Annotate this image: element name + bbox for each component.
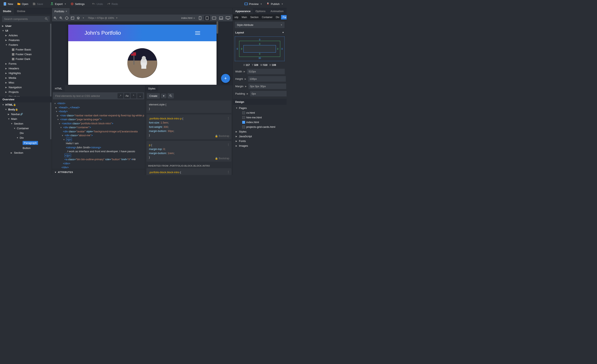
- overview-item[interactable]: ▼Section: [0, 121, 52, 126]
- device-tablet-landscape-icon[interactable]: [211, 15, 217, 21]
- tree-item[interactable]: ▶Navigation: [0, 85, 52, 90]
- tree-item[interactable]: ▶User: [0, 23, 52, 28]
- device-tablet-portrait-icon[interactable]: [204, 15, 210, 21]
- overview-item[interactable]: ▶Navbar 🔗: [0, 112, 52, 117]
- chevron-right-icon[interactable]: ▶: [244, 70, 245, 73]
- export-button[interactable]: Export▼: [49, 1, 68, 7]
- overview-item[interactable]: ▼Main: [0, 117, 52, 121]
- tree-item[interactable]: ▶Articles: [0, 33, 52, 38]
- case-toggle[interactable]: Aa: [124, 93, 130, 99]
- overview-item[interactable]: Paragraph: [0, 140, 52, 146]
- design-tree-item[interactable]: hire-me.html: [233, 115, 287, 120]
- box-model[interactable]: 0 0 0 0 0 0 0 30: [235, 37, 284, 61]
- chevron-down-icon[interactable]: ▼: [116, 17, 118, 19]
- find-prev-button[interactable]: ⌃: [131, 93, 136, 99]
- overview-item[interactable]: ▼HTML 🔒: [0, 102, 52, 107]
- current-file-select[interactable]: index.html ▼: [181, 17, 195, 20]
- open-button[interactable]: Open: [16, 1, 30, 7]
- design-tree-item[interactable]: ▶Images: [233, 144, 287, 148]
- attributes-section[interactable]: ▼ATTRIBUTES: [52, 169, 145, 175]
- canvas-dimensions[interactable]: 750px × 670px @ 100%: [88, 17, 114, 20]
- chevron-down-icon[interactable]: ▼: [82, 17, 84, 19]
- overview-item[interactable]: Button: [0, 146, 52, 150]
- zoom-in-icon[interactable]: [54, 16, 57, 20]
- overview-item[interactable]: ▼Div: [0, 136, 52, 140]
- search-icon[interactable]: [45, 17, 48, 21]
- tree-item[interactable]: ▶Headers: [0, 66, 52, 71]
- more-icon[interactable]: ⋮: [227, 143, 230, 147]
- chevron-right-icon[interactable]: ▶: [245, 85, 247, 87]
- add-button[interactable]: +: [221, 74, 230, 83]
- chevron-right-icon[interactable]: ▶: [245, 78, 246, 80]
- device-laptop-icon[interactable]: [218, 15, 224, 21]
- zoom-out-icon[interactable]: [59, 16, 63, 20]
- new-button[interactable]: New: [2, 1, 15, 7]
- find-elements-input[interactable]: [54, 93, 117, 99]
- breadcrumb-item[interactable]: Div: [274, 15, 281, 20]
- overview-item[interactable]: ▼Container: [0, 126, 52, 131]
- device-phone-icon[interactable]: [197, 15, 203, 21]
- image-icon[interactable]: [71, 16, 74, 20]
- create-style-dropdown[interactable]: ▼: [161, 94, 166, 98]
- search-components-input[interactable]: [2, 16, 50, 22]
- style-attribute-select[interactable]: Style Attribute▼: [235, 22, 284, 28]
- tab-animation[interactable]: Animation: [268, 8, 286, 14]
- tree-item[interactable]: ▼Footers: [0, 42, 52, 47]
- hamburger-icon[interactable]: [195, 31, 200, 35]
- settings-button[interactable]: Settings: [69, 1, 86, 7]
- tree-item[interactable]: ▶Projects: [0, 90, 52, 94]
- breadcrumb-item[interactable]: Container: [260, 15, 274, 20]
- overview-item[interactable]: Div: [0, 131, 52, 136]
- close-icon[interactable]: ×: [65, 10, 67, 13]
- tree-item[interactable]: Footer Basic: [0, 47, 52, 52]
- tab-styles[interactable]: Styles: [145, 86, 158, 91]
- tab-online[interactable]: Online: [14, 8, 28, 14]
- more-icon[interactable]: ⋮: [227, 170, 230, 174]
- tree-item[interactable]: ▶Highlights: [0, 71, 52, 76]
- chevron-right-icon[interactable]: ▶: [247, 92, 248, 95]
- overview-header[interactable]: Overview: [0, 96, 52, 102]
- scrollbar-thumb[interactable]: [50, 102, 51, 139]
- tab-design[interactable]: Design: [233, 99, 246, 105]
- breadcrumb-item[interactable]: Main: [240, 15, 249, 20]
- design-tree-item[interactable]: projects-grid-cards.html: [233, 125, 287, 129]
- design-tree-item[interactable]: ▶Fonts: [233, 139, 287, 144]
- more-icon[interactable]: ⋮: [227, 116, 230, 120]
- tab-appearance[interactable]: Appearance: [233, 8, 253, 14]
- html-code-area[interactable]: ▼ <html> ▶ <head>...</head> ▼ <body> ▶ <…: [52, 100, 145, 169]
- design-tree-item[interactable]: index.html: [233, 120, 287, 125]
- breadcrumb-item[interactable]: Paragraph: [281, 15, 287, 20]
- breadcrumb-item[interactable]: ody: [233, 15, 240, 20]
- tree-item[interactable]: ▶Features: [0, 38, 52, 42]
- undo-button[interactable]: Undo: [90, 1, 105, 7]
- tree-item[interactable]: ▶Media: [0, 76, 52, 80]
- style-block[interactable]: ⋮ p { margin-top: 0; margin-bottom: 1rem…: [147, 141, 231, 162]
- scrollbar-thumb[interactable]: [217, 21, 218, 34]
- tree-item[interactable]: ▶Misc: [0, 80, 52, 85]
- scrollbar-thumb[interactable]: [50, 23, 51, 96]
- canvas-page[interactable]: John's Portfolio: [68, 25, 217, 82]
- tree-item[interactable]: ▶Forms: [0, 61, 52, 66]
- design-tree-item[interactable]: cv.html: [233, 110, 287, 115]
- rotate-icon[interactable]: [65, 16, 68, 20]
- width-input[interactable]: [247, 69, 285, 74]
- stepper[interactable]: ▲▼: [286, 68, 287, 74]
- tab-studio[interactable]: Studio: [0, 8, 14, 14]
- regex-toggle[interactable]: .*: [118, 93, 123, 99]
- style-block-element[interactable]: element.style { }: [147, 100, 231, 113]
- file-tab-portfolio[interactable]: Portfolio ×: [52, 8, 70, 15]
- overview-item[interactable]: ▼Body 🔒: [0, 107, 52, 112]
- tree-item[interactable]: Footer Clean: [0, 52, 52, 57]
- height-input[interactable]: [248, 76, 286, 82]
- redo-button[interactable]: Redo: [105, 1, 119, 7]
- layers-icon[interactable]: [77, 16, 80, 20]
- tree-item[interactable]: Footer Dark: [0, 57, 52, 61]
- style-block[interactable]: ⋮ .portfolio-block.block-intro { text-al…: [147, 168, 231, 175]
- padding-input[interactable]: [250, 91, 287, 96]
- breadcrumb-item[interactable]: Section: [249, 15, 260, 20]
- publish-button[interactable]: Publish▼: [265, 1, 285, 7]
- create-style-button[interactable]: Create: [147, 93, 160, 99]
- tab-html[interactable]: HTML: [52, 86, 65, 91]
- style-block[interactable]: ⋮ .portfolio-block.block-intro p { font-…: [147, 114, 231, 139]
- overview-item[interactable]: ▶Section: [0, 150, 52, 155]
